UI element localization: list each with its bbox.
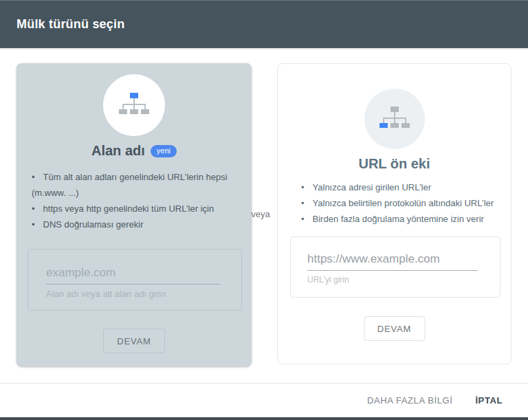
url-prefix-icon-circle [364, 89, 425, 149]
url-prefix-bullet-list: Yalnızca adresi girilen URL’lerYalnızca … [278, 179, 511, 227]
domain-bullet-list: Tüm alt alan adları genelindeki URL’leri… [16, 169, 252, 232]
url-prefix-input-helper: URL’yi girin [307, 275, 482, 285]
sitemap-domain-icon [118, 91, 150, 119]
more-info-button[interactable]: DAHA FAZLA BİLGİ [367, 395, 452, 406]
sitemap-url-prefix-icon [379, 105, 410, 133]
bullet-item: DNS doğrulaması gerekir [32, 217, 238, 232]
cancel-button[interactable]: İPTAL [475, 395, 503, 406]
url-prefix-property-card[interactable]: URL ön eki Yalnızca adresi girilen URL’l… [277, 63, 512, 364]
url-prefix-title-row: URL ön eki [278, 156, 511, 172]
url-prefix-input[interactable] [307, 252, 478, 271]
url-prefix-card-title: URL ön eki [358, 156, 430, 172]
domain-input[interactable] [46, 266, 221, 285]
background-page-edge [0, 417, 528, 420]
bullet-item: Yalnızca belirtilen protokolün altındaki… [301, 195, 505, 211]
dialog-title: Mülk türünü seçin [16, 17, 124, 32]
domain-card-title: Alan adı [91, 143, 145, 159]
bullet-item: Birden fazla doğrulama yöntemine izin ve… [301, 211, 505, 227]
domain-continue-button[interactable]: DEVAM [103, 329, 165, 353]
url-prefix-input-box: URL’yi girin [290, 236, 500, 298]
bullet-item: Yalnızca adresi girilen URL’ler [301, 179, 505, 195]
domain-title-row: Alan adı yeni [16, 143, 252, 159]
dialog-footer: DAHA FAZLA BİLGİ İPTAL [0, 384, 528, 417]
bullet-item: https veya http genelindeki tüm URL’ler … [32, 201, 238, 217]
domain-property-card[interactable]: Alan adı yeni Tüm alt alan adları geneli… [16, 63, 252, 366]
or-divider-label: veya [245, 209, 276, 219]
domain-input-box: Alan adı veya alt alan adı girin [28, 249, 242, 311]
dialog-header: Mülk türünü seçin [0, 0, 528, 48]
url-prefix-continue-button[interactable]: DEVAM [364, 316, 425, 341]
domain-input-helper: Alan adı veya alt alan adı girin [46, 289, 223, 299]
new-badge: yeni [151, 145, 177, 157]
domain-icon-circle [103, 74, 165, 136]
bullet-item: Tüm alt alan adları genelindeki URL’leri… [32, 169, 238, 201]
